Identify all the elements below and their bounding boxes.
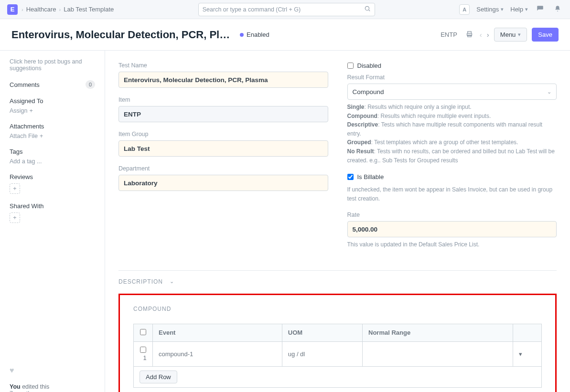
chevron-down-icon: ▾ (501, 6, 504, 12)
user-avatar[interactable]: A (459, 4, 470, 15)
result-format-select[interactable]: Compound ⌄ (347, 84, 557, 100)
description-section-label: DESCRIPTION (118, 278, 163, 285)
activity-actor: You (10, 383, 21, 390)
doc-id-label: ENTP (441, 31, 457, 38)
status-indicator: Enabled (240, 31, 269, 38)
add-row-button[interactable]: Add Row (140, 371, 177, 383)
page-header: Enterovirus, Molecular Detection, PCR, P… (0, 19, 570, 51)
rate-label: Rate (347, 212, 557, 218)
item-field (118, 106, 328, 122)
rate-help: This value is updated in the Default Sal… (347, 240, 557, 249)
activity-verb: edited this (22, 383, 49, 390)
plus-icon: + (30, 107, 33, 114)
chevron-down-icon: ⌄ (547, 89, 551, 95)
save-button-label: Save (538, 31, 552, 38)
form-sidebar: Click here to post bugs and suggestions … (0, 51, 105, 392)
chevron-right-icon: › (22, 7, 23, 12)
col-header-actions (513, 324, 542, 341)
bell-icon[interactable] (552, 4, 563, 14)
add-tag-action[interactable]: Add a tag ... (10, 158, 95, 165)
attach-file-action[interactable]: Attach File + (10, 133, 95, 139)
chevron-down-icon: ▾ (525, 6, 528, 12)
reviews-label: Reviews (10, 173, 95, 180)
cell-uom[interactable]: ug / dl (282, 341, 362, 366)
activity-time: 7 months ago (10, 390, 46, 392)
search-input[interactable] (203, 6, 364, 13)
result-format-help: Single: Results which require only a sin… (347, 103, 557, 165)
print-icon[interactable] (464, 30, 475, 40)
tags-label: Tags (10, 148, 95, 155)
row-index: 1 (143, 354, 147, 361)
attachments-label: Attachments (10, 123, 95, 130)
breadcrumb-module[interactable]: Healthcare (26, 6, 56, 13)
settings-label: Settings (476, 6, 499, 13)
test-name-field[interactable] (118, 72, 328, 88)
add-share-button[interactable]: + (10, 212, 20, 223)
global-search[interactable] (198, 3, 375, 16)
department-field[interactable] (118, 175, 328, 191)
menu-button[interactable]: Menu ▾ (494, 28, 527, 42)
cell-normal[interactable] (363, 341, 513, 366)
comments-label[interactable]: Comments (10, 81, 40, 88)
activity-log: You edited this 7 months ago You created… (10, 383, 95, 392)
is-billable-checkbox[interactable] (347, 174, 354, 180)
topbar: E › Healthcare › Lab Test Template A Set… (0, 0, 570, 19)
disabled-checkbox[interactable] (347, 63, 354, 69)
assign-action-label: Assign (10, 107, 28, 114)
status-label: Enabled (247, 31, 269, 38)
item-group-label: Item Group (118, 131, 328, 138)
item-label: Item (118, 96, 328, 103)
test-name-label: Test Name (118, 62, 328, 69)
chevron-down-icon: ⌄ (170, 278, 174, 285)
like-icon[interactable]: ♥ (10, 366, 95, 375)
disabled-label: Disabled (357, 62, 382, 69)
compound-section-label: COMPOUND (133, 306, 542, 312)
save-button[interactable]: Save (532, 28, 559, 42)
search-icon (364, 5, 371, 13)
col-header-uom: UOM (282, 324, 362, 341)
svg-line-1 (368, 10, 370, 11)
is-billable-help: If unchecked, the item wont be appear in… (347, 185, 557, 203)
col-header-event: Event (153, 324, 282, 341)
item-group-field[interactable] (118, 140, 328, 157)
breadcrumb-doctype[interactable]: Lab Test Template (64, 6, 114, 13)
is-billable-label: Is Billable (357, 173, 384, 180)
row-action-toggle[interactable]: ▾ (513, 341, 542, 366)
attach-file-label: Attach File (10, 133, 38, 139)
breadcrumb: › Healthcare › Lab Test Template (22, 6, 114, 13)
svg-point-0 (365, 6, 369, 10)
select-all-checkbox[interactable] (140, 329, 146, 335)
row-checkbox[interactable] (140, 347, 146, 353)
help-menu[interactable]: Help ▾ (510, 6, 528, 13)
chat-icon[interactable] (535, 4, 546, 15)
cell-event[interactable]: compound-1 (153, 341, 282, 366)
description-section-head[interactable]: DESCRIPTION ⌄ (118, 270, 557, 285)
add-review-button[interactable]: + (10, 183, 20, 194)
chevron-down-icon: ▾ (518, 32, 521, 38)
page-title: Enterovirus, Molecular Detection, PCR, P… (11, 29, 231, 41)
next-doc-icon[interactable]: › (487, 31, 489, 39)
comments-count: 0 (86, 80, 95, 89)
select-all-header (134, 324, 153, 341)
table-row[interactable]: 1 compound-1 ug / dl ▾ (134, 341, 542, 366)
compound-table: Event UOM Normal Range 1 compound-1 ug /… (133, 324, 542, 367)
app-logo[interactable]: E (7, 4, 18, 15)
bugs-link[interactable]: Click here to post bugs and suggestions (10, 58, 95, 72)
prev-doc-icon[interactable]: ‹ (480, 31, 482, 39)
result-format-value: Compound (353, 88, 384, 95)
shared-with-label: Shared With (10, 202, 95, 210)
col-header-normal: Normal Range (363, 324, 513, 341)
help-label: Help (510, 6, 523, 13)
settings-menu[interactable]: Settings ▾ (476, 6, 504, 13)
status-dot-icon (240, 33, 244, 37)
rate-field[interactable] (347, 221, 557, 237)
assigned-to-label: Assigned To (10, 97, 95, 105)
chevron-right-icon: › (59, 7, 61, 12)
menu-button-label: Menu (500, 31, 516, 38)
department-label: Department (118, 165, 328, 172)
result-format-label: Result Format (347, 74, 557, 81)
assign-action[interactable]: Assign + (10, 107, 95, 114)
compound-section: COMPOUND Event UOM Normal Range 1 compou… (118, 294, 557, 392)
form-body: Test Name Item Item Group Department (105, 51, 570, 392)
plus-icon: + (40, 133, 43, 139)
